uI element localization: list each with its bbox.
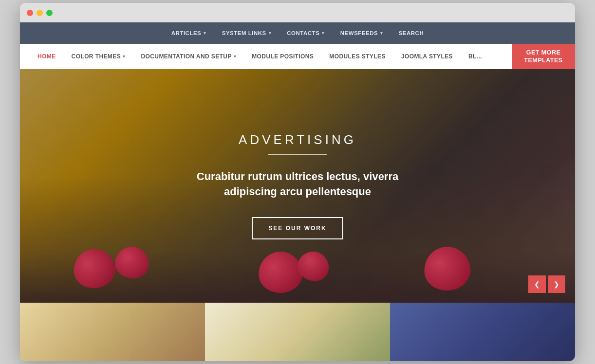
sec-nav-blog[interactable]: BL... — [461, 44, 490, 69]
hero-cta-button[interactable]: SEE OUR WORK — [252, 217, 343, 239]
browser-chrome — [20, 3, 575, 22]
browser-window: ARTICLES ▾ SYSTEM LINKS ▾ CONTACTS ▾ NEW… — [20, 3, 575, 361]
thumbnail-1[interactable] — [20, 303, 205, 361]
chevron-down-icon: ▾ — [123, 54, 125, 59]
chevron-down-icon: ▾ — [204, 31, 206, 36]
minimize-button[interactable] — [37, 10, 43, 16]
sec-nav-color-themes[interactable]: COLOR THEMES ▾ — [64, 44, 133, 69]
sec-nav-modules-styles[interactable]: MODULES STYLES — [321, 44, 393, 69]
chevron-down-icon: ▾ — [234, 54, 236, 59]
nav-item-search[interactable]: SEARCH — [391, 22, 432, 44]
top-nav: ARTICLES ▾ SYSTEM LINKS ▾ CONTACTS ▾ NEW… — [20, 22, 575, 44]
nav-item-contacts[interactable]: CONTACTS ▾ — [279, 22, 333, 44]
chevron-down-icon: ▾ — [380, 31, 383, 36]
slider-next-button[interactable]: ❯ — [548, 275, 565, 293]
sec-nav-module-positions[interactable]: MODULE POSITIONS — [244, 44, 321, 69]
thumbnail-2[interactable] — [205, 303, 390, 361]
slider-arrows: ❮ ❯ — [528, 275, 565, 293]
nav-item-system-links[interactable]: SYSTEM LINKS ▾ — [214, 22, 279, 44]
sec-nav-home[interactable]: HOME — [30, 44, 64, 69]
maximize-button[interactable] — [46, 10, 53, 16]
secondary-nav-wrapper: HOME COLOR THEMES ▾ DOCUMENTATION AND SE… — [20, 44, 575, 69]
thumbnail-3[interactable] — [390, 303, 575, 361]
hero-title: ADVERTISING — [239, 132, 356, 147]
nav-item-newsfeeds[interactable]: NEWSFEEDS ▾ — [333, 22, 391, 44]
hero-subtitle: Curabitur rutrum ultrices lectus, viverr… — [171, 169, 424, 200]
chevron-down-icon: ▾ — [269, 31, 272, 36]
hero-slider: ADVERTISING Curabitur rutrum ultrices le… — [20, 69, 575, 303]
close-button[interactable] — [27, 10, 33, 16]
hero-content: ADVERTISING Curabitur rutrum ultrices le… — [20, 69, 575, 303]
get-more-templates-button[interactable]: GET MORE TEMPLATES — [512, 44, 575, 69]
sec-nav-documentation[interactable]: DOCUMENTATION AND SETUP ▾ — [133, 44, 244, 69]
hero-divider — [268, 154, 327, 155]
thumbnail-row — [20, 303, 575, 361]
slider-prev-button[interactable]: ❮ — [528, 275, 546, 293]
nav-item-articles[interactable]: ARTICLES ▾ — [164, 22, 214, 44]
chevron-down-icon: ▾ — [322, 31, 325, 36]
sec-nav-joomla-styles[interactable]: JOOMLA STYLES — [393, 44, 461, 69]
secondary-nav: HOME COLOR THEMES ▾ DOCUMENTATION AND SE… — [20, 44, 512, 69]
